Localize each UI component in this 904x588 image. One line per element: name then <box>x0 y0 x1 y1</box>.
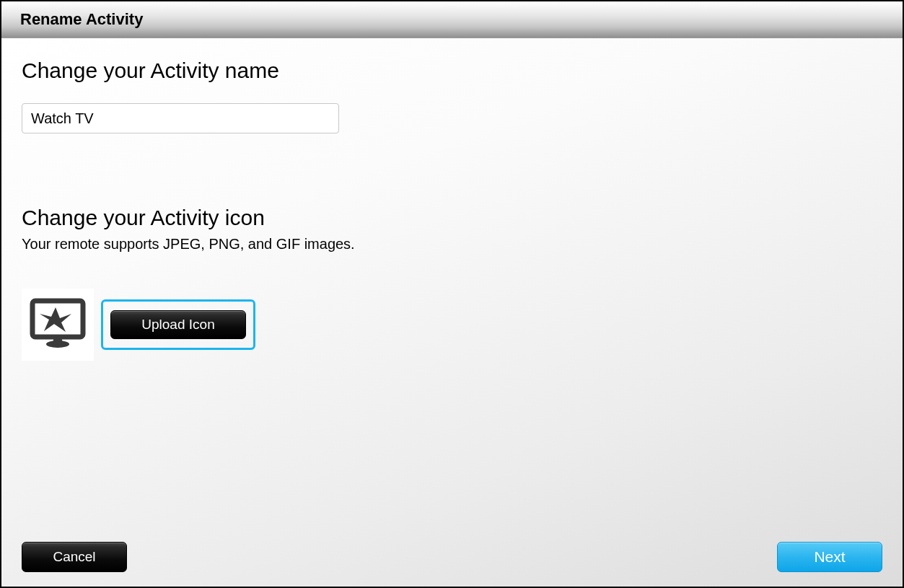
dialog-title: Rename Activity <box>20 10 884 29</box>
activity-icon-heading: Change your Activity icon <box>22 206 882 230</box>
activity-icon-subtext: Your remote supports JPEG, PNG, and GIF … <box>22 236 882 253</box>
dialog-header: Rename Activity <box>1 1 903 38</box>
upload-icon-button[interactable]: Upload Icon <box>110 310 246 339</box>
tv-star-icon <box>30 298 86 351</box>
upload-icon-highlight: Upload Icon <box>101 299 255 350</box>
icon-row: Upload Icon <box>22 289 882 361</box>
dialog-footer: Cancel Next <box>22 542 882 572</box>
rename-activity-dialog: Rename Activity Change your Activity nam… <box>0 0 904 588</box>
activity-name-input[interactable] <box>22 103 339 133</box>
activity-icon-section: Change your Activity icon Your remote su… <box>22 206 882 361</box>
dialog-body: Change your Activity name Change your Ac… <box>1 38 903 587</box>
next-button[interactable]: Next <box>777 542 882 572</box>
cancel-button[interactable]: Cancel <box>22 542 127 572</box>
svg-rect-3 <box>53 337 62 343</box>
activity-icon-preview <box>22 289 94 361</box>
activity-name-heading: Change your Activity name <box>22 58 882 83</box>
